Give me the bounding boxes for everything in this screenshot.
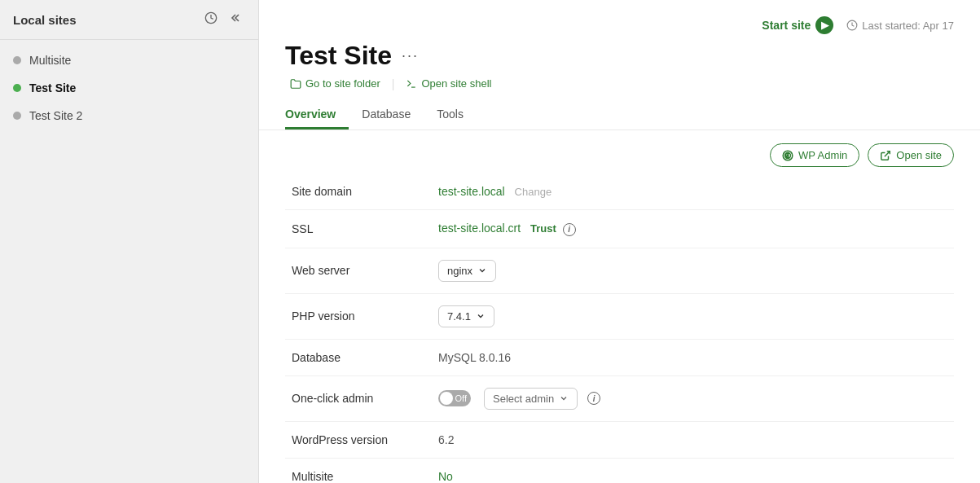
more-options-button[interactable]: ··· — [402, 47, 419, 64]
tab-database[interactable]: Database — [349, 101, 424, 130]
label-ssl: SSL — [285, 210, 432, 248]
external-link-icon — [880, 150, 891, 161]
status-dot-test-site — [13, 84, 21, 92]
collapse-icon-button[interactable] — [229, 10, 245, 29]
table-row-database: Database MySQL 8.0.16 — [285, 339, 954, 375]
last-started-text: Last started: Apr 17 — [862, 20, 954, 32]
tabs-row: Overview Database Tools — [285, 101, 954, 130]
chevron-left-icon — [231, 11, 244, 24]
wp-version-value: 6.2 — [438, 433, 454, 446]
site-title-row: Test Site ··· — [285, 41, 954, 71]
main-content: Start site ▶ Last started: Apr 17 Test S… — [259, 0, 980, 483]
sidebar-item-test-site[interactable]: Test Site — [0, 74, 258, 102]
go-to-site-folder-label: Go to site folder — [305, 77, 380, 90]
value-web-server: nginx — [432, 248, 954, 293]
value-one-click-admin: Off Select admin i — [432, 375, 954, 421]
overview-table: Site domain test-site.local Change SSL t… — [285, 173, 954, 483]
value-php-version: 7.4.1 — [432, 293, 954, 339]
sidebar-icons — [203, 10, 245, 29]
label-web-server: Web server — [285, 248, 432, 293]
toggle-container: Off Select admin i — [438, 388, 600, 410]
value-database: MySQL 8.0.16 — [432, 339, 954, 375]
open-site-shell-label: Open site shell — [421, 77, 491, 90]
value-wp-version: 6.2 — [432, 421, 954, 458]
database-value: MySQL 8.0.16 — [438, 351, 511, 364]
trust-button[interactable]: Trust — [530, 222, 556, 235]
start-site-label: Start site — [762, 19, 811, 32]
label-php-version: PHP version — [285, 293, 432, 339]
open-site-label: Open site — [896, 149, 942, 161]
domain-value: test-site.local — [438, 185, 505, 198]
site-title: Test Site — [285, 41, 392, 71]
toggle-off-label: Off — [455, 393, 467, 403]
sidebar-title: Local sites — [13, 13, 77, 27]
table-row-one-click-admin: One-click admin Off Select admin — [285, 375, 954, 421]
table-row-wp-version: WordPress version 6.2 — [285, 421, 954, 458]
top-actions-bar: Start site ▶ Last started: Apr 17 — [285, 16, 954, 41]
select-admin-button[interactable]: Select admin — [484, 388, 578, 410]
ssl-value: test-site.local.crt — [438, 222, 521, 235]
wordpress-icon — [782, 150, 793, 161]
content-header-actions: WP Admin Open site — [285, 130, 954, 173]
table-row-site-domain: Site domain test-site.local Change — [285, 173, 954, 210]
open-site-button[interactable]: Open site — [868, 143, 954, 167]
label-one-click-admin: One-click admin — [285, 375, 432, 421]
value-multisite: No — [432, 458, 954, 483]
web-server-dropdown[interactable]: nginx — [438, 260, 496, 282]
php-version-dropdown[interactable]: 7.4.1 — [438, 305, 494, 327]
overview-content: WP Admin Open site Site domain test-site… — [259, 130, 980, 483]
select-admin-label: Select admin — [493, 393, 554, 405]
value-ssl: test-site.local.crt Trust i — [432, 210, 954, 248]
tab-tools[interactable]: Tools — [424, 101, 477, 130]
chevron-down-icon — [477, 266, 487, 275]
label-database: Database — [285, 339, 432, 375]
wp-admin-button[interactable]: WP Admin — [770, 143, 859, 167]
sidebar-item-multisite[interactable]: Multisite — [0, 46, 258, 74]
main-header: Start site ▶ Last started: Apr 17 Test S… — [259, 0, 980, 130]
site-list: Multisite Test Site Test Site 2 — [0, 40, 258, 136]
last-started-info: Last started: Apr 17 — [846, 20, 954, 32]
chevron-down-icon — [476, 311, 486, 321]
wp-admin-label: WP Admin — [798, 149, 847, 161]
tab-overview[interactable]: Overview — [285, 101, 349, 130]
one-click-admin-toggle[interactable]: Off — [438, 390, 471, 406]
sidebar-item-label-test-site: Test Site — [29, 81, 76, 94]
table-row-php-version: PHP version 7.4.1 — [285, 293, 954, 339]
label-wp-version: WordPress version — [285, 421, 432, 458]
status-dot-test-site-2 — [13, 112, 21, 120]
start-site-arrow-icon: ▶ — [815, 16, 833, 34]
clock-icon — [204, 11, 218, 24]
last-started-clock-icon — [846, 20, 858, 31]
value-site-domain: test-site.local Change — [432, 173, 954, 210]
sidebar-item-label-test-site-2: Test Site 2 — [29, 109, 82, 122]
sidebar-item-test-site-2[interactable]: Test Site 2 — [0, 102, 258, 130]
site-actions-bar: Go to site folder | Open site shell — [285, 76, 954, 91]
terminal-icon — [406, 78, 417, 90]
php-version-value: 7.4.1 — [447, 310, 471, 323]
multisite-value: No — [438, 470, 453, 483]
action-divider: | — [392, 77, 395, 90]
folder-icon — [290, 78, 301, 90]
one-click-admin-info-icon[interactable]: i — [587, 392, 600, 405]
status-dot-multisite — [13, 56, 21, 64]
open-site-shell-button[interactable]: Open site shell — [401, 76, 496, 91]
label-multisite: Multisite — [285, 458, 432, 483]
history-icon-button[interactable] — [203, 10, 219, 29]
table-row-ssl: SSL test-site.local.crt Trust i — [285, 210, 954, 248]
sidebar-header: Local sites — [0, 0, 258, 40]
change-domain-button[interactable]: Change — [515, 186, 552, 198]
sidebar-item-label-multisite: Multisite — [29, 54, 71, 67]
sidebar: Local sites Multisite Test Site — [0, 0, 259, 483]
table-row-web-server: Web server nginx — [285, 248, 954, 293]
ssl-info-icon[interactable]: i — [563, 223, 576, 236]
label-site-domain: Site domain — [285, 173, 432, 210]
chevron-down-icon — [559, 393, 569, 403]
toggle-knob — [440, 392, 453, 405]
start-site-button[interactable]: Start site ▶ — [762, 16, 833, 34]
web-server-value: nginx — [447, 265, 472, 277]
go-to-site-folder-button[interactable]: Go to site folder — [285, 76, 385, 91]
table-row-multisite: Multisite No — [285, 458, 954, 483]
svg-line-4 — [885, 151, 890, 156]
